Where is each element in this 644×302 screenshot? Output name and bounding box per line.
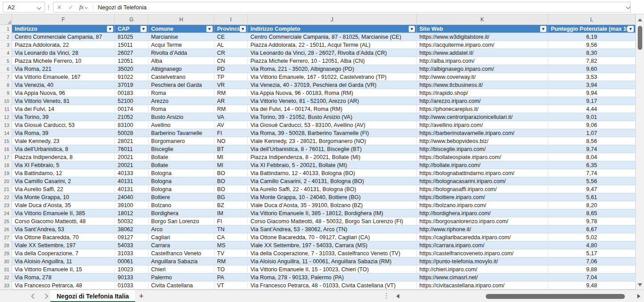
cell[interactable]: Via Vittorio Veneto, 81 - 52100, Arezzo …	[248, 97, 417, 105]
row-number[interactable]: 25	[0, 217, 12, 225]
cell[interactable]: Albignasego	[148, 65, 214, 73]
cell[interactable]: TO	[214, 265, 248, 273]
horizontal-scroll-thumb[interactable]	[486, 294, 625, 299]
cell[interactable]: https://www.addatel.it/	[417, 49, 548, 57]
cell[interactable]: 81025	[115, 33, 148, 41]
cell[interactable]: Via Monte Grappa, 10 - 24040, Boltiere (…	[248, 193, 417, 201]
cell[interactable]: Via Appia Nuova, 96 - 00183, Roma (RM)	[248, 89, 417, 97]
vertical-scrollbar[interactable]	[636, 14, 644, 290]
cell[interactable]: https://www.tlcbusiness.it/	[417, 81, 548, 89]
cell[interactable]: 9,06	[548, 121, 636, 129]
scroll-down-icon[interactable]	[638, 283, 642, 286]
cell[interactable]: Cagliari	[148, 233, 214, 241]
cell[interactable]: 9,88	[548, 265, 636, 273]
cell[interactable]: Via Aurelio Saffi, 22	[12, 185, 115, 193]
row-number[interactable]: 2	[0, 33, 12, 41]
cell[interactable]: AR	[214, 97, 248, 105]
select-all-corner[interactable]	[0, 14, 12, 24]
cell[interactable]: RM	[214, 257, 248, 265]
cell[interactable]: 9,74	[548, 145, 636, 153]
cell[interactable]: Via Monte Grappa, 10	[12, 193, 115, 201]
cell[interactable]: 10023	[115, 265, 148, 273]
cell[interactable]: Via Vittorio Emanuele II, 15	[12, 265, 115, 273]
cell[interactable]: MI	[214, 153, 248, 161]
row-number[interactable]: 19	[0, 169, 12, 177]
row-number[interactable]: 16	[0, 145, 12, 153]
row-number[interactable]: 8	[0, 81, 12, 89]
cell[interactable]: Borgomanero	[148, 137, 214, 145]
cell[interactable]: Via Vittorio Emanuele II, 385	[12, 209, 115, 217]
cell[interactable]: 3,53	[548, 73, 636, 81]
cell[interactable]: Via Battindarno, 12	[12, 169, 115, 177]
cell[interactable]: https://acquiterme.iriparo.com/	[417, 41, 548, 49]
cell[interactable]: Roma	[148, 89, 214, 97]
cell[interactable]: 3,94	[548, 81, 636, 89]
scroll-right-icon[interactable]	[637, 294, 640, 298]
cell[interactable]: Corso Giacomo Matteotti, 48	[12, 217, 115, 225]
cell[interactable]: Via Vittorio Veneto, 81	[12, 97, 115, 105]
cell[interactable]: Via Roma, 278 - 90133, Palermo (PA)	[248, 273, 417, 282]
cell[interactable]: Corso Giacomo Matteotti, 48 - 50032, Bor…	[248, 217, 417, 225]
cell[interactable]: https://barberinotavarnelle.iriparo.com/	[417, 129, 548, 137]
cell[interactable]: Arco	[148, 225, 214, 233]
cell[interactable]: Via Francesco Petrarca, 48	[12, 282, 115, 290]
cell[interactable]: Chieri	[148, 265, 214, 273]
cell[interactable]: CE	[214, 33, 248, 41]
cell[interactable]: https://carrara.iriparo.com/	[417, 241, 548, 249]
cell[interactable]: Bisceglie	[148, 145, 214, 153]
cell[interactable]: 5,61	[548, 193, 636, 201]
column-letter-L[interactable]: L	[548, 14, 636, 24]
column-letter-K[interactable]: K	[417, 14, 548, 24]
cell[interactable]: RM	[214, 105, 248, 113]
cell[interactable]: https://bolognabattindarno.iriparo.com/	[417, 169, 548, 177]
row-number[interactable]: 26	[0, 225, 12, 233]
cell[interactable]: Bolzano	[148, 201, 214, 209]
cell[interactable]: 28021	[115, 137, 148, 145]
cell[interactable]: BZ	[214, 201, 248, 209]
row-number[interactable]: 9	[0, 89, 12, 97]
cell[interactable]: 9,48	[548, 282, 636, 290]
cell[interactable]: 8,30	[548, 49, 636, 57]
cell[interactable]: Barberino Tavarnelle	[148, 129, 214, 137]
row-number[interactable]: 6	[0, 65, 12, 73]
cell[interactable]: Via Ottone Bacaredda, 70	[12, 233, 115, 241]
cell[interactable]: Boltiere	[148, 193, 214, 201]
filter-button[interactable]	[140, 26, 147, 32]
filter-button[interactable]	[540, 26, 546, 32]
cell[interactable]: BO	[214, 185, 248, 193]
cell[interactable]: 7,06	[548, 257, 636, 265]
cell[interactable]: http://www.coverway.it/	[417, 73, 548, 81]
cell[interactable]: Marcianise	[148, 33, 214, 41]
cell[interactable]: Via della Cooperazione, 7	[12, 249, 115, 257]
row-number[interactable]: 24	[0, 209, 12, 217]
row-number[interactable]: 17	[0, 153, 12, 161]
cell[interactable]: 9,47	[548, 185, 636, 193]
cell[interactable]: CR	[214, 49, 248, 57]
cell[interactable]: PD	[214, 65, 248, 73]
cell[interactable]: Via dei Fulvi, 14 - 00174, Roma (RM)	[248, 105, 417, 113]
cell[interactable]: 12051	[115, 57, 148, 65]
cell[interactable]: Busto Arsizio	[148, 113, 214, 121]
cell[interactable]: Via Camillo Casarini, 2 - 40131, Bologna…	[248, 177, 417, 185]
cell[interactable]: Via XI Febbraio, 5	[12, 161, 115, 169]
cell[interactable]: 5,17	[548, 249, 636, 257]
cell[interactable]: Piazza Addolorata, 22 - 15011, Acqui Ter…	[248, 41, 417, 49]
cell-name-box[interactable]: A2	[3, 2, 45, 12]
row-number[interactable]: 5	[0, 57, 12, 65]
row-number[interactable]: 32	[0, 273, 12, 282]
cell[interactable]: RM	[214, 89, 248, 97]
cell[interactable]: https://irapido.shop/	[417, 89, 548, 97]
cell[interactable]: FI	[214, 217, 248, 225]
column-header[interactable]: Punteggio Potenziale (max 10)	[548, 25, 636, 33]
cell[interactable]: Centro Commerciale Campania, 87 - 81025,…	[248, 33, 417, 41]
cell[interactable]: http://avellino.iriparo.com/	[417, 121, 548, 129]
cell[interactable]: Carrara	[148, 241, 214, 249]
cell[interactable]: Viale XX Settembre, 197	[12, 241, 115, 249]
cell[interactable]: TN	[214, 225, 248, 233]
cell[interactable]: Via Roma, 278	[12, 273, 115, 282]
cell[interactable]: Via Giosuè Carducci, 53	[12, 121, 115, 129]
cell[interactable]: http://chieri.iriparo.com/	[417, 265, 548, 273]
cell[interactable]: Castelvetrano	[148, 73, 214, 81]
cell[interactable]: Via Leonardo da Vinci, 28	[12, 49, 115, 57]
cell[interactable]: Bordighera	[148, 209, 214, 217]
